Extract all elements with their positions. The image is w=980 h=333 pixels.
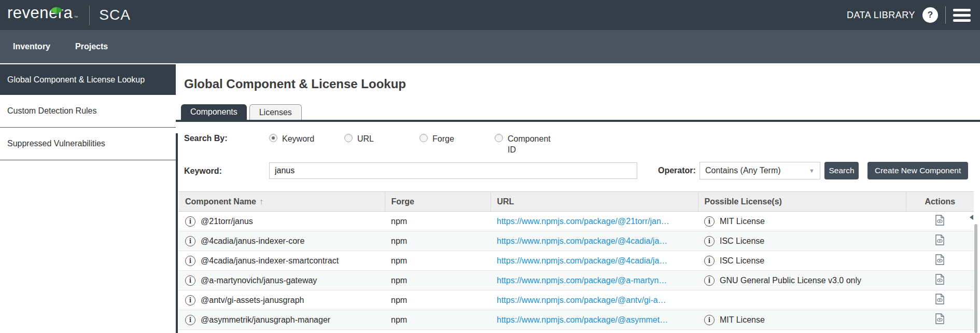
sidebar-item-global-lookup[interactable]: Global Component & License Lookup	[0, 63, 176, 95]
component-url-link[interactable]: https://www.npmjs.com/package/@asymmet…	[497, 315, 668, 324]
radio-url[interactable]: URL	[344, 133, 419, 144]
forge-value: npm	[385, 310, 491, 330]
table-header-row: Component Name↑ Forge URL Possible Licen…	[179, 192, 974, 212]
license-info-icon[interactable]: i	[704, 216, 715, 227]
radio-component-id-control[interactable]	[495, 134, 503, 142]
revenera-leaf-icon	[49, 7, 64, 15]
table-row: i@a-martynovich/janus-gateway npm https:…	[179, 271, 974, 290]
view-component-icon[interactable]	[935, 254, 944, 267]
license-info-icon[interactable]: i	[704, 236, 715, 246]
search-by-label: Search By:	[184, 133, 269, 143]
component-name: @4cadia/janus-indexer-smartcontract	[201, 256, 339, 266]
trademark-symbol: ™	[74, 15, 78, 20]
table-row: i@21torr/janus npm https://www.npmjs.com…	[179, 212, 974, 231]
nav-item-projects[interactable]: Projects	[75, 42, 108, 51]
component-url-link[interactable]: https://www.npmjs.com/package/@a-martyn…	[497, 276, 667, 285]
header-divider	[945, 6, 946, 24]
forge-value: npm	[385, 212, 491, 231]
tab-licenses[interactable]: Licenses	[249, 104, 302, 120]
forge-value: npm	[385, 251, 491, 271]
component-info-icon[interactable]: i	[185, 216, 195, 227]
radio-keyword[interactable]: Keyword	[269, 133, 344, 144]
radio-forge-label: Forge	[432, 133, 454, 144]
chevron-down-icon: ▼	[809, 168, 815, 174]
sidebar-item-custom-detection-rules[interactable]: Custom Detection Rules	[0, 95, 176, 128]
vertical-scrollbar[interactable]	[974, 224, 977, 333]
components-panel: Search By: Keyword URL Forge Component I…	[176, 133, 980, 333]
results-table: Component Name↑ Forge URL Possible Licen…	[179, 191, 974, 330]
component-name: @asymmetrik/janusgraph-manager	[201, 315, 330, 325]
radio-url-control[interactable]	[344, 134, 353, 142]
collapse-arrow-icon[interactable]	[970, 215, 973, 220]
table-row: i@4cadia/janus-indexer-smartcontract npm…	[179, 251, 974, 271]
view-component-icon[interactable]	[935, 274, 944, 287]
sidebar-item-suppressed-vulnerabilities[interactable]: Suppressed Vulnerabilities	[0, 128, 176, 160]
menu-icon[interactable]	[953, 9, 971, 22]
sidebar: Global Component & License Lookup Custom…	[0, 63, 176, 333]
radio-forge-control[interactable]	[419, 134, 428, 142]
component-url-link[interactable]: https://www.npmjs.com/package/@4cadia/ja…	[497, 256, 667, 265]
page-title: Global Component & License Lookup	[184, 77, 980, 91]
column-header-forge[interactable]: Forge	[385, 192, 491, 212]
radio-component-id-label: Component ID	[508, 133, 552, 155]
operator-selected-value: Contains (Any Term)	[705, 166, 781, 175]
brand-logo: revenera ™ SCA	[7, 5, 131, 25]
table-row: i@asymmetrik/janusgraph-manager npm http…	[179, 310, 974, 330]
product-name: SCA	[99, 7, 131, 25]
radio-component-id[interactable]: Component ID	[495, 133, 552, 155]
view-component-icon[interactable]	[935, 234, 944, 247]
license-name: GNU General Public License v3.0 only	[720, 276, 861, 285]
component-name: @21torr/janus	[201, 217, 253, 226]
table-row: i@4cadia/janus-indexer-core npm https://…	[179, 231, 974, 251]
component-info-icon[interactable]: i	[185, 315, 195, 325]
forge-value: npm	[385, 231, 491, 251]
tab-underline	[176, 120, 980, 122]
license-name: MIT License	[720, 315, 765, 325]
operator-select[interactable]: Contains (Any Term) ▼	[699, 162, 820, 179]
component-info-icon[interactable]: i	[185, 236, 195, 246]
license-name: ISC License	[720, 256, 764, 266]
component-name: @a-martynovich/janus-gateway	[201, 276, 317, 285]
tab-bar: Components Licenses	[181, 104, 980, 120]
component-url-link[interactable]: https://www.npmjs.com/package/@21torr/ja…	[497, 217, 669, 226]
table-row: i@antv/gi-assets-janusgraph npm https://…	[179, 290, 974, 310]
license-name: ISC License	[720, 237, 764, 246]
license-info-icon[interactable]: i	[704, 275, 715, 286]
column-header-possible-licenses[interactable]: Possible License(s)	[698, 192, 906, 212]
sort-asc-icon[interactable]: ↑	[259, 197, 263, 206]
component-url-link[interactable]: https://www.npmjs.com/package/@antv/gi-a…	[497, 296, 666, 304]
component-info-icon[interactable]: i	[185, 295, 195, 306]
create-new-component-button[interactable]: Create New Component	[867, 162, 968, 179]
logo-divider	[89, 6, 90, 25]
data-library-link[interactable]: DATA LIBRARY	[847, 10, 915, 21]
component-name: @4cadia/janus-indexer-core	[201, 237, 304, 246]
primary-nav: Inventory Projects	[0, 30, 980, 63]
view-component-icon[interactable]	[935, 313, 944, 326]
view-component-icon[interactable]	[935, 215, 944, 228]
radio-keyword-label: Keyword	[282, 133, 314, 144]
keyword-row: Keyword: Operator: Contains (Any Term) ▼…	[184, 162, 980, 179]
keyword-input[interactable]	[269, 162, 637, 179]
search-by-row: Search By: Keyword URL Forge Component I…	[184, 133, 980, 156]
license-info-icon[interactable]: i	[704, 256, 715, 266]
radio-forge[interactable]: Forge	[419, 133, 495, 144]
nav-item-inventory[interactable]: Inventory	[13, 42, 50, 51]
component-info-icon[interactable]: i	[185, 256, 195, 266]
view-component-icon[interactable]	[935, 294, 944, 307]
license-info-icon[interactable]: i	[704, 315, 715, 325]
component-name: @antv/gi-assets-janusgraph	[201, 296, 304, 305]
column-header-url[interactable]: URL	[491, 192, 698, 212]
forge-value: npm	[385, 290, 491, 310]
search-button[interactable]: Search	[824, 162, 859, 179]
component-info-icon[interactable]: i	[185, 275, 195, 286]
keyword-label: Keyword:	[184, 166, 269, 176]
main-area: Global Component & License Lookup Compon…	[176, 63, 980, 333]
radio-keyword-control[interactable]	[269, 134, 277, 142]
component-url-link[interactable]: https://www.npmjs.com/package/@4cadia/ja…	[497, 237, 667, 245]
app-header: revenera ™ SCA DATA LIBRARY ?	[0, 0, 980, 30]
help-icon[interactable]: ?	[922, 7, 938, 23]
operator-label: Operator:	[658, 166, 699, 175]
tab-components[interactable]: Components	[181, 104, 247, 120]
column-header-component-name[interactable]: Component Name↑	[179, 192, 385, 212]
forge-value: npm	[385, 271, 491, 290]
